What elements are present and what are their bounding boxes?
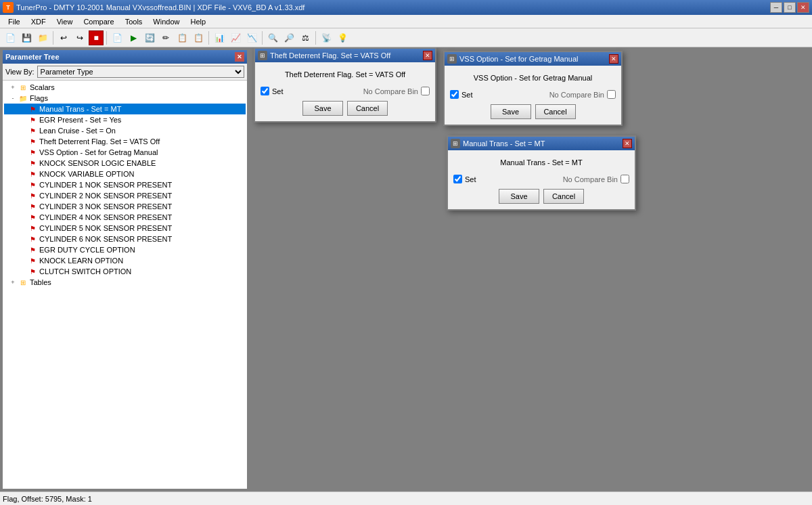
dialog-manual-trans-close[interactable]: ✕	[623, 139, 632, 148]
tree-label-cyl4-nok: CYLINDER 4 NOK SENSOR PRESENT	[39, 213, 172, 221]
tree-item-flags[interactable]: - 📁 Flags	[4, 93, 246, 104]
tree-item-cyl4-nok[interactable]: ⚑ CYLINDER 4 NOK SENSOR PRESENT	[4, 212, 246, 223]
view-by-label: View By:	[5, 68, 35, 76]
expander-manual-trans	[18, 104, 27, 114]
tree-item-scalars[interactable]: + ⊞ Scalars	[4, 82, 246, 93]
dialog-theft-save[interactable]: Save	[302, 101, 343, 116]
tb-options[interactable]: 💡	[335, 30, 350, 45]
tree-item-egr-duty-cycle[interactable]: ⚑ EGR DUTY CYCLE OPTION	[4, 244, 246, 255]
tb-redo[interactable]: ↪	[72, 30, 87, 45]
tree-item-cyl2-nok[interactable]: ⚑ CYLINDER 2 NOK SENSOR PRESENT	[4, 190, 246, 201]
dialog-manual-trans-set-checkbox[interactable]	[453, 175, 462, 183]
tb-search2[interactable]: 🔎	[281, 30, 296, 45]
tb-run[interactable]: ▶	[126, 30, 141, 45]
flag-icon-cyl1-nok: ⚑	[27, 180, 38, 190]
tree-item-lean-cruise[interactable]: ⚑ Lean Cruise - Set = On	[4, 125, 246, 136]
dialog-theft-deterrent: ⊞ Theft Deterrent Flag. Set = VATS Off ✕…	[254, 47, 436, 123]
menu-file[interactable]: File	[3, 16, 26, 27]
dialog-vss-set-label[interactable]: Set	[450, 90, 473, 99]
parameter-tree-title: Parameter Tree	[5, 53, 235, 61]
tb-chart1[interactable]: 📊	[212, 30, 227, 45]
dialog-theft-close[interactable]: ✕	[423, 51, 432, 60]
tb-sep2	[106, 31, 107, 45]
tb-edit[interactable]: ✏	[158, 30, 173, 45]
dialog-manual-trans-set-label[interactable]: Set	[453, 175, 476, 183]
tree-item-cyl6-nok[interactable]: ⚑ CYLINDER 6 NOK SENSOR PRESENT	[4, 234, 246, 244]
dialog-vss-save[interactable]: Save	[491, 104, 531, 119]
dialog-vss-close[interactable]: ✕	[609, 54, 618, 64]
menu-help[interactable]: Help	[185, 16, 211, 27]
tree-item-clutch-switch[interactable]: ⚑ CLUTCH SWITCH OPTION	[4, 266, 246, 277]
tree-item-knock-sensor-logic[interactable]: ⚑ KNOCK SENSOR LOGIC ENABLE	[4, 158, 246, 169]
dialog-theft-cancel[interactable]: Cancel	[347, 101, 388, 116]
status-bar: Flag, Offset: 5795, Mask: 1	[0, 491, 812, 505]
menu-window[interactable]: Window	[148, 16, 185, 27]
folder-icon-scalars: ⊞	[18, 83, 28, 92]
tb-copy2[interactable]: 📋	[191, 30, 206, 45]
flag-icon-cyl4-nok: ⚑	[27, 213, 38, 222]
tree-item-theft-deterrent[interactable]: ⚑ Theft Deterrent Flag. Set = VATS Off	[4, 136, 246, 147]
menu-compare[interactable]: Compare	[78, 16, 119, 27]
dialog-manual-trans-save[interactable]: Save	[499, 189, 539, 204]
tb-refresh[interactable]: 🔄	[142, 30, 157, 45]
tb-sep5	[315, 31, 316, 45]
tb-new[interactable]: 📄	[3, 30, 18, 45]
tb-chart3[interactable]: 📉	[244, 30, 259, 45]
tree-item-knock-learn[interactable]: ⚑ KNOCK LEARN OPTION	[4, 255, 246, 266]
expander-flags[interactable]: -	[8, 93, 18, 103]
tb-chart2[interactable]: 📈	[228, 30, 243, 45]
expander-tables[interactable]: +	[8, 278, 18, 287]
tree-area[interactable]: + ⊞ Scalars - 📁 Flags ⚑ Manual Trans - S…	[3, 81, 247, 489]
dialog-theft-body: Theft Deterrent Flag. Set = VATS Off Set…	[255, 62, 435, 121]
restore-button[interactable]: □	[784, 2, 796, 13]
dialog-theft-set-label[interactable]: Set	[261, 87, 284, 95]
tb-log[interactable]: 📡	[319, 30, 334, 45]
close-button[interactable]: ✕	[797, 2, 809, 13]
view-by-row: View By: Parameter Type	[3, 64, 247, 81]
tree-item-vss-option[interactable]: ⚑ VSS Option - Set for Getrag Manual	[4, 147, 246, 158]
tree-item-knock-variable[interactable]: ⚑ KNOCK VARIABLE OPTION	[4, 169, 246, 179]
tree-item-cyl1-nok[interactable]: ⚑ CYLINDER 1 NOK SENSOR PRESENT	[4, 179, 246, 190]
tb-stop[interactable]: ■	[89, 30, 104, 45]
tree-item-cyl3-nok[interactable]: ⚑ CYLINDER 3 NOK SENSOR PRESENT	[4, 201, 246, 212]
flag-icon-knock-sensor-logic: ⚑	[27, 158, 38, 168]
dialog-theft-row: Set No Compare Bin	[261, 87, 430, 95]
dialog-vss-no-compare-checkbox[interactable]	[607, 90, 616, 99]
tb-compare[interactable]: ⚖	[298, 30, 313, 45]
expander-scalars[interactable]: +	[8, 83, 18, 92]
dialog-manual-trans-titlebar: ⊞ Manual Trans - Set = MT ✕	[448, 137, 635, 150]
tb-open[interactable]: 📁	[35, 30, 50, 45]
tb-new2[interactable]: 📄	[110, 30, 125, 45]
dialog-vss-set-checkbox[interactable]	[450, 90, 459, 99]
dialog-vss-body: VSS Option - Set for Getrag Manual Set N…	[445, 66, 621, 125]
flag-icon-cyl6-nok: ⚑	[27, 234, 38, 244]
menu-xdf[interactable]: XDF	[26, 16, 51, 27]
menu-tools[interactable]: Tools	[120, 16, 148, 27]
flag-icon-manual-trans: ⚑	[27, 104, 38, 114]
view-by-select[interactable]: Parameter Type	[37, 66, 244, 78]
tree-item-tables[interactable]: + ⊞ Tables	[4, 277, 246, 288]
minimize-button[interactable]: ─	[770, 2, 782, 13]
tree-item-egr-present[interactable]: ⚑ EGR Present - Set = Yes	[4, 114, 246, 125]
dialog-vss-cancel[interactable]: Cancel	[535, 104, 576, 119]
dialog-manual-trans-no-compare-checkbox[interactable]	[621, 175, 629, 183]
tree-label-scalars: Scalars	[30, 83, 55, 91]
parameter-tree-close[interactable]: ✕	[235, 52, 244, 62]
tree-label-cyl5-nok: CYLINDER 5 NOK SENSOR PRESENT	[39, 224, 172, 232]
menu-view[interactable]: View	[51, 16, 78, 27]
tb-search1[interactable]: 🔍	[265, 30, 280, 45]
tb-copy1[interactable]: 📋	[175, 30, 189, 45]
tree-item-manual-trans[interactable]: ⚑ Manual Trans - Set = MT	[4, 104, 246, 114]
title-bar-text: TunerPro - DMTY 10-2001 Manual VXvssoffr…	[16, 3, 767, 12]
dialog-vss-icon: ⊞	[447, 54, 457, 64]
dialog-theft-set-checkbox[interactable]	[261, 87, 269, 95]
tb-save[interactable]: 💾	[19, 30, 34, 45]
tree-label-knock-sensor-logic: KNOCK SENSOR LOGIC ENABLE	[39, 159, 156, 167]
tree-item-cyl5-nok[interactable]: ⚑ CYLINDER 5 NOK SENSOR PRESENT	[4, 223, 246, 234]
tree-label-flags: Flags	[30, 94, 48, 102]
tb-undo[interactable]: ↩	[56, 30, 71, 45]
dialog-manual-trans-cancel[interactable]: Cancel	[543, 189, 584, 204]
tree-label-manual-trans: Manual Trans - Set = MT	[39, 105, 121, 113]
dialog-manual-trans-buttons: Save Cancel	[453, 189, 629, 204]
dialog-theft-no-compare-checkbox[interactable]	[421, 87, 430, 95]
